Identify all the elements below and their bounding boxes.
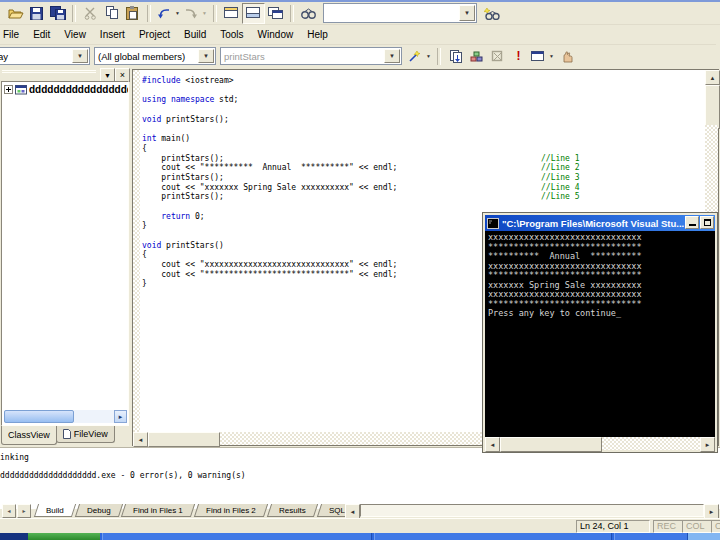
console-titlebar[interactable]: "C:\Program Files\Microsoft Visual Stu..… — [485, 215, 715, 231]
go-dropdown-icon[interactable]: ▼ — [549, 54, 554, 59]
find-combobox[interactable]: ▼ — [323, 3, 477, 23]
output-tabs: BuildDebugFind in Files 1Find in Files 2… — [33, 504, 395, 517]
output-tab-find-in-files-1[interactable]: Find in Files 1 — [121, 504, 195, 517]
scrollbar-thumb[interactable] — [705, 85, 720, 129]
output-toggle-button[interactable] — [242, 3, 265, 24]
binoculars-icon — [301, 7, 316, 19]
menu-edit[interactable]: Edit — [26, 27, 57, 42]
workspace-tab-fileview[interactable]: FileView — [56, 426, 115, 443]
scrollbar-track[interactable] — [602, 437, 700, 450]
code-line: cout << "********** Annual **********" <… — [142, 163, 704, 173]
scrollbar-thumb[interactable] — [500, 437, 602, 452]
output-tab-results[interactable]: Results — [267, 504, 318, 517]
wizard-dropdown-icon[interactable]: ▼ — [426, 54, 431, 59]
function-combobox[interactable]: printStars ▼ — [220, 47, 402, 65]
find-combobox-dropdown-icon[interactable]: ▼ — [459, 5, 475, 21]
console-hscrollbar[interactable]: ◄ ► — [485, 437, 715, 450]
menu-help[interactable]: Help — [300, 27, 335, 42]
open-button[interactable] — [5, 4, 26, 23]
class-combobox-dropdown-icon[interactable]: ▼ — [72, 49, 88, 63]
tab-scroll-left-icon[interactable]: ◄ — [2, 504, 16, 518]
menu-file[interactable]: File — [0, 27, 26, 42]
status-indicator-ovr: OVR — [711, 520, 720, 533]
scrollbar-track[interactable] — [360, 504, 704, 517]
scroll-up-icon[interactable]: ▲ — [705, 70, 720, 85]
copy-button[interactable] — [101, 4, 122, 23]
tab-scroll-right-icon[interactable]: ► — [17, 504, 31, 518]
output-hscrollbar[interactable]: ◄ ► — [345, 504, 719, 517]
console-text: xxxxxxxxxxxxxxxxxxxxxxxxxxxxxx**********… — [485, 231, 715, 437]
breakpoint-button[interactable] — [556, 47, 577, 66]
go-button[interactable]: ▼ — [529, 47, 556, 66]
scroll-right-icon[interactable]: ► — [704, 504, 719, 519]
console-title: "C:\Program Files\Microsoft Visual Stu..… — [502, 218, 684, 229]
redo-button[interactable]: ▼ — [182, 4, 209, 23]
taskbar-edge — [0, 533, 28, 540]
standard-toolbar: ▼ ▼ ▼ — [0, 2, 720, 25]
workspace-tree[interactable]: dddddddddddddddddddddd ► — [1, 81, 129, 426]
save-button[interactable] — [26, 4, 47, 23]
output-line: dddddddddddddddddddd.exe - 0 error(s), 0… — [0, 471, 720, 480]
workspace-hscrollbar[interactable]: ► — [4, 410, 127, 423]
save-all-button[interactable] — [47, 4, 68, 23]
compile-button[interactable] — [445, 47, 466, 66]
windows-taskbar — [0, 533, 720, 540]
output-tab-find-in-files-2[interactable]: Find in Files 2 — [194, 504, 268, 517]
scroll-right-icon[interactable]: ► — [700, 437, 715, 452]
search-button[interactable] — [481, 4, 502, 23]
scrollbar-thumb[interactable] — [148, 432, 220, 447]
output-tab-row: ◄ ► BuildDebugFind in Files 1Find in Fil… — [0, 503, 720, 518]
undo-dropdown-icon[interactable]: ▼ — [175, 11, 180, 16]
toolbar-separator — [72, 5, 76, 22]
build-button[interactable] — [466, 47, 487, 66]
output-tab-build[interactable]: Build — [34, 504, 76, 517]
menu-insert[interactable]: Insert — [93, 27, 132, 42]
stop-build-button[interactable] — [487, 47, 508, 66]
window-list-button[interactable] — [265, 4, 286, 23]
menu-view[interactable]: View — [57, 27, 93, 42]
menu-window[interactable]: Window — [251, 27, 301, 42]
members-combobox-dropdown-icon[interactable]: ▼ — [198, 49, 214, 63]
menu-tools[interactable]: Tools — [213, 27, 250, 42]
menu-build[interactable]: Build — [177, 27, 213, 42]
wizard-wand-icon — [408, 50, 421, 63]
console-maximize-button[interactable] — [700, 216, 714, 229]
find-tool-button[interactable] — [298, 4, 319, 23]
scrollbar-thumb[interactable] — [4, 410, 74, 423]
code-line: printStars();//Line 1 — [142, 154, 704, 164]
taskbar-button[interactable] — [614, 533, 688, 540]
taskbar-button[interactable] — [102, 533, 372, 540]
menu-project[interactable]: Project — [132, 27, 177, 42]
scroll-left-icon[interactable]: ◄ — [485, 437, 500, 452]
project-icon — [15, 84, 27, 95]
execute-button[interactable]: ! — [508, 47, 529, 66]
class-combobox-value: ay — [0, 51, 8, 62]
msdos-icon — [487, 218, 499, 229]
scroll-right-icon[interactable]: ► — [114, 410, 127, 423]
output-tab-debug[interactable]: Debug — [75, 504, 123, 517]
paste-button[interactable] — [122, 4, 143, 23]
project-tree-item[interactable]: dddddddddddddddddddddd — [2, 82, 128, 95]
taskbar-button[interactable] — [374, 533, 612, 540]
workspace-minimize-button[interactable]: ▼ — [100, 68, 115, 82]
scroll-left-icon[interactable]: ◄ — [345, 504, 360, 519]
toolbar-separator — [213, 5, 217, 22]
function-combobox-dropdown-icon[interactable]: ▼ — [384, 49, 400, 63]
undo-button[interactable]: ▼ — [155, 4, 182, 23]
output-text[interactable]: inking dddddddddddddddddddd.exe - 0 erro… — [0, 447, 720, 509]
cut-button[interactable] — [80, 4, 101, 23]
console-minimize-button[interactable] — [685, 216, 699, 229]
expand-plus-icon[interactable] — [4, 85, 13, 94]
workspace-tab-classview[interactable]: ClassView — [1, 426, 57, 445]
scroll-left-icon[interactable]: ◄ — [133, 432, 148, 447]
start-button[interactable] — [28, 533, 100, 540]
members-combobox[interactable]: (All global members) ▼ — [94, 47, 216, 65]
compile-icon — [449, 50, 463, 63]
status-indicator-col: COL — [682, 520, 712, 533]
wizard-actions-button[interactable]: ▼ — [406, 47, 433, 66]
class-combobox[interactable]: ay ▼ — [0, 47, 90, 65]
workspace-toggle-button[interactable] — [221, 4, 242, 23]
workspace-close-button[interactable]: × — [115, 68, 130, 82]
code-line: cout << "xxxxxxx Spring Sale xxxxxxxxxx"… — [142, 183, 704, 193]
redo-dropdown-icon[interactable]: ▼ — [202, 11, 207, 16]
